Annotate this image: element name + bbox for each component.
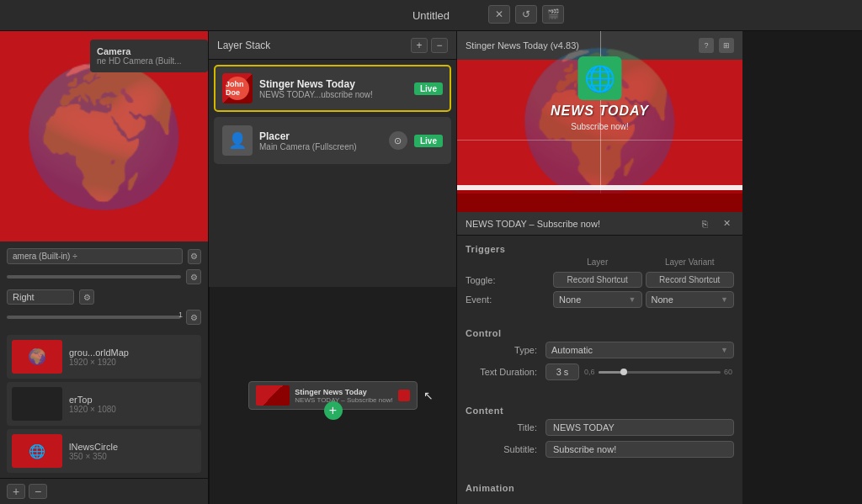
slider-settings-icon-1[interactable]: ⚙: [186, 269, 201, 284]
canvas-node-sub: NEWS TODAY – Subscribe now!: [295, 396, 392, 404]
layer-stack-actions: + −: [411, 38, 448, 53]
camera-panel: Camera ne HD Camera (Built...: [90, 40, 208, 72]
thumbnail-size: 350 × 350: [69, 452, 196, 461]
layer-control-circle-icon[interactable]: ⊙: [389, 131, 407, 150]
range-fill: [599, 371, 623, 374]
preview-news-title: NEWS TODAY: [551, 103, 649, 119]
info-close-icon[interactable]: ✕: [719, 216, 734, 231]
info-bar-text: NEWS TODAY – Subscribe now!: [466, 219, 690, 229]
duration-display[interactable]: 3 s: [545, 363, 579, 380]
camera-select[interactable]: amera (Built-in) ÷: [7, 248, 183, 264]
triggers-col-layer: Layer: [553, 257, 642, 268]
layer-list: John Doe Stinger News Today NEWS TODAY..…: [209, 60, 456, 287]
event-variant-value: None: [652, 294, 673, 305]
list-item[interactable]: 🌍 grou...orldMap 1920 × 1920: [7, 335, 201, 379]
duration-row: Text Duration: 3 s 0,6 60: [466, 363, 734, 380]
control-section: Control Type: Automatic ▼ Text Duration:…: [466, 328, 734, 385]
event-layer-select[interactable]: None ▼: [553, 291, 642, 308]
preview-bar-red: [457, 194, 742, 212]
subtitle-value-container: Subscribe now!: [545, 441, 734, 458]
preview-crosshair-horizontal: [457, 140, 742, 141]
direction-select[interactable]: Right: [7, 289, 74, 305]
list-item[interactable]: erTop 1920 × 1080: [7, 382, 201, 426]
type-select[interactable]: Automatic ▼: [545, 342, 734, 358]
layer-stack-panel: Layer Stack + − John Doe Stinger News To…: [208, 31, 456, 504]
content-section: Content Title: NEWS TODAY Subtitle: Subs…: [466, 406, 734, 463]
toggle-layer-shortcut-button[interactable]: Record Shortcut: [553, 272, 642, 288]
canvas-node-text: Stinger News Today NEWS TODAY – Subscrib…: [295, 388, 392, 404]
left-panel: 🌍 Camera ne HD Camera (Built... amera (B…: [0, 31, 208, 504]
layer-name: Stinger News Today: [259, 78, 407, 90]
preview-area: Stinger News Today (v4.83) ? ⊞ 🌍 🌐 NEWS …: [457, 31, 742, 212]
title-input[interactable]: NEWS TODAY: [545, 419, 734, 436]
type-row: Type: Automatic ▼: [466, 342, 734, 358]
left-controls: amera (Built-in) ÷ ⚙ ⚙ Right ⚙ 1 ⚙: [0, 241, 208, 332]
close-btn[interactable]: ✕: [488, 5, 510, 24]
camera-settings-icon[interactable]: ⚙: [188, 249, 201, 264]
layer-add-button[interactable]: +: [411, 38, 428, 53]
preview-subtitle: Subscribe now!: [571, 122, 628, 131]
toggle-variant-shortcut-button[interactable]: Record Shortcut: [646, 272, 735, 288]
title-label: Title:: [466, 422, 545, 432]
canvas-node-thumbnail: [256, 385, 290, 406]
canvas-add-button[interactable]: +: [324, 401, 343, 420]
duration-slider-container: 0,6 60: [584, 368, 734, 376]
layer-name: Placer: [259, 130, 382, 142]
preview-bars: [457, 185, 742, 212]
layer-info-stinger: Stinger News Today NEWS TODAY...ubscribe…: [259, 78, 407, 99]
preview-logo-area: 🌐 NEWS TODAY Subscribe now!: [551, 56, 649, 131]
film-btn[interactable]: 🎬: [542, 5, 564, 24]
add-item-button[interactable]: +: [7, 484, 25, 499]
triggers-grid: Layer Layer Variant Toggle: Record Short…: [466, 257, 734, 308]
layer-sub: Main Camera (Fullscreen): [259, 142, 382, 151]
remove-item-button[interactable]: −: [29, 484, 47, 499]
slider-row-2: 1 ⚙: [7, 310, 201, 325]
control-section-title: Control: [466, 328, 734, 338]
subtitle-label: Subtitle:: [466, 444, 545, 454]
thumbnail-preview-globe: 🌐: [12, 434, 62, 468]
window-controls: ✕ ↺ 🎬: [488, 5, 564, 24]
layer-badge[interactable]: Live: [414, 135, 443, 147]
layer-stack-header: Layer Stack + −: [209, 31, 456, 60]
camera-sub: ne HD Camera (Built...: [97, 56, 201, 66]
properties-panel: Triggers Layer Layer Variant Toggle: Rec…: [457, 236, 742, 504]
layer-remove-button[interactable]: −: [431, 38, 448, 53]
direction-settings-icon[interactable]: ⚙: [79, 289, 94, 305]
layer-badge[interactable]: Live: [414, 82, 443, 95]
animation-section-title: Animation: [466, 483, 734, 493]
red-area: 🌍 Camera ne HD Camera (Built...: [0, 31, 208, 241]
thumbnail-size: 1920 × 1920: [69, 358, 196, 367]
canvas-area: Stinger News Today NEWS TODAY – Subscrib…: [209, 287, 456, 504]
title-value-container: NEWS TODAY: [545, 419, 734, 436]
duration-slider[interactable]: [599, 371, 721, 374]
thumbnail-preview-map: 🌍: [12, 340, 62, 374]
event-variant-select[interactable]: None ▼: [646, 291, 735, 308]
layer-sub: NEWS TODAY...ubscribe now!: [259, 90, 407, 99]
avatar: John Doe: [226, 77, 249, 100]
type-value-text: Automatic: [551, 345, 593, 355]
info-copy-icon[interactable]: ⎘: [697, 216, 712, 231]
slider-min-label: 0,6: [584, 368, 595, 376]
list-item[interactable]: 🌐 lNewsCircle 350 × 350: [7, 429, 201, 473]
canvas-node-wrapper: Stinger News Today NEWS TODAY – Subscrib…: [248, 381, 417, 410]
right-panel: Stinger News Today (v4.83) ? ⊞ 🌍 🌐 NEWS …: [456, 31, 742, 504]
thumbnail-name: grou...orldMap: [69, 347, 196, 358]
duration-label: Text Duration:: [466, 367, 545, 377]
triggers-col-variant: Layer Variant: [646, 257, 735, 268]
thumbnail-name: erTop: [69, 395, 196, 405]
direction-row: Right ⚙: [7, 289, 201, 305]
slider-settings-icon-2[interactable]: ⚙: [186, 310, 201, 325]
panel-bottom: + −: [0, 478, 208, 504]
main-content: 🌍 Camera ne HD Camera (Built... amera (B…: [0, 31, 862, 504]
cursor-icon: ↖: [423, 389, 434, 402]
layer-icon-stinger: John Doe: [222, 73, 253, 103]
layer-icon-placer: 👤: [222, 125, 253, 156]
subtitle-input[interactable]: Subscribe now!: [545, 441, 734, 458]
thumbnail-info-map: grou...orldMap 1920 × 1920: [69, 347, 196, 367]
list-item[interactable]: John Doe Stinger News Today NEWS TODAY..…: [214, 65, 451, 112]
thumbnail-preview-dark: [12, 387, 62, 421]
refresh-btn[interactable]: ↺: [515, 5, 537, 24]
triggers-section-title: Triggers: [466, 244, 734, 254]
list-item[interactable]: 👤 Placer Main Camera (Fullscreen) ⊙ Live: [214, 117, 451, 164]
layer-stack-title: Layer Stack: [217, 40, 270, 51]
